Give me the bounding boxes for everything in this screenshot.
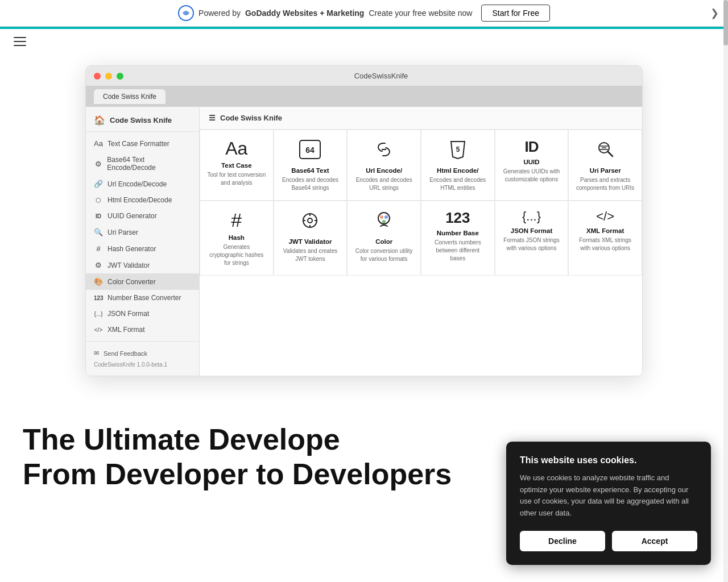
hamburger-menu[interactable] bbox=[14, 37, 26, 46]
sidebar-home-icon: 🏠 bbox=[94, 115, 105, 126]
sidebar-item-uuid[interactable]: ID UUID Generator bbox=[86, 208, 199, 224]
tool-title-xml: XML Format bbox=[586, 227, 624, 234]
color-icon: 🎨 bbox=[94, 277, 103, 286]
tool-icon-hash: # bbox=[231, 210, 242, 230]
sidebar-item-label: Text Case Formatter bbox=[107, 140, 169, 148]
sidebar-item-label: Color Converter bbox=[107, 278, 156, 286]
tool-desc-html: Encodes and decodes HTML entities bbox=[428, 176, 487, 192]
sidebar-item-jwt[interactable]: ⚙ JWT Validator bbox=[86, 257, 199, 273]
tab-bar: Code Swiss Knife bbox=[86, 86, 642, 107]
tool-desc-jwt: Validates and creates JWT tokens bbox=[281, 247, 340, 263]
sidebar-header: 🏠 Code Swiss Knife bbox=[86, 107, 199, 132]
base64-icon: ⚙ bbox=[94, 160, 102, 168]
cookie-banner: This website uses cookies. We use cookie… bbox=[506, 442, 711, 503]
text-case-icon: Aa bbox=[94, 139, 103, 148]
tool-card-uri-parser[interactable]: Uri Parser Parses and extracts component… bbox=[568, 130, 642, 201]
app-tab[interactable]: Code Swiss Knife bbox=[94, 89, 166, 104]
tool-icon-uri-parser bbox=[595, 139, 615, 163]
main-content: CodeSwissKnife Code Swiss Knife 🏠 Code S… bbox=[0, 54, 728, 399]
tool-card-jwt[interactable]: JWT Validator Validates and creates JWT … bbox=[274, 201, 348, 276]
tool-card-url[interactable]: Url Encode/ Encodes and decodes URL stri… bbox=[347, 130, 421, 201]
cookie-body: We use cookies to analyze website traffi… bbox=[520, 472, 697, 503]
svg-point-12 bbox=[308, 218, 312, 223]
tool-icon-xml: </> bbox=[596, 210, 614, 223]
sidebar-item-html[interactable]: ⬡ Html Encode/Decode bbox=[86, 192, 199, 208]
tool-title-jwt: JWT Validator bbox=[288, 238, 332, 245]
tool-desc-url: Encodes and decodes URL strings bbox=[354, 176, 413, 192]
tool-desc-uuid: Generates UUIDs with customizable option… bbox=[502, 168, 561, 184]
url-icon: 🔗 bbox=[94, 180, 103, 188]
tool-card-hash[interactable]: # Hash Generates cryptographic hashes fo… bbox=[200, 201, 274, 276]
godaddy-logo-icon bbox=[178, 5, 194, 21]
sidebar-item-uri-parser[interactable]: 🔍 Uri Parser bbox=[86, 224, 199, 240]
content-area: ☰ Code Swiss Knife Aa Text Case Tool for… bbox=[200, 107, 642, 376]
sidebar-item-color[interactable]: 🎨 Color Converter bbox=[86, 273, 199, 290]
tool-card-html[interactable]: 5 Html Encode/ Encodes and decodes HTML … bbox=[421, 130, 495, 201]
sidebar-item-url[interactable]: 🔗 Url Encode/Decode bbox=[86, 176, 199, 192]
tool-title-number-base: Number Base bbox=[437, 230, 479, 236]
start-free-button[interactable]: Start for Free bbox=[481, 5, 549, 22]
tool-card-uuid[interactable]: ID UUID Generates UUIDs with customizabl… bbox=[495, 130, 569, 201]
xml-icon: </> bbox=[94, 327, 103, 333]
sidebar-item-base64[interactable]: ⚙ Base64 Text Encode/Decode bbox=[86, 152, 199, 176]
sidebar: 🏠 Code Swiss Knife Aa Text Case Formatte… bbox=[86, 107, 200, 376]
feedback-label: Send Feedback bbox=[104, 350, 147, 357]
content-header-title: Code Swiss Knife bbox=[220, 114, 282, 122]
hamburger-line-3 bbox=[14, 45, 26, 46]
tool-icon-html: 5 bbox=[448, 139, 468, 163]
tool-card-color[interactable]: Color Color conversion utility for vario… bbox=[347, 201, 421, 276]
sidebar-item-hash[interactable]: # Hash Generator bbox=[86, 240, 199, 257]
svg-text:5: 5 bbox=[456, 146, 460, 153]
tool-icon-json: {...} bbox=[522, 210, 541, 223]
tool-icon-url bbox=[374, 139, 394, 163]
tool-desc-color: Color conversion utility for various for… bbox=[354, 247, 413, 263]
hamburger-line-2 bbox=[14, 41, 26, 42]
content-header-icon: ☰ bbox=[209, 114, 216, 122]
sidebar-item-label: Number Base Converter bbox=[107, 294, 181, 302]
sidebar-item-label: Base64 Text Encode/Decode bbox=[107, 156, 191, 172]
tool-desc-text-case: Tool for text conversion and analysis bbox=[207, 171, 266, 187]
tool-card-text-case[interactable]: Aa Text Case Tool for text conversion an… bbox=[200, 130, 274, 201]
sidebar-send-feedback[interactable]: ✉ Send Feedback bbox=[94, 347, 191, 359]
tool-desc-json: Formats JSON strings with various option… bbox=[502, 236, 561, 252]
sidebar-header-label: Code Swiss Knife bbox=[110, 116, 172, 124]
window-chrome: CodeSwissKnife bbox=[86, 66, 642, 86]
sidebar-item-label: XML Format bbox=[107, 326, 145, 334]
tool-card-number-base[interactable]: 123 Number Base Converts numbers between… bbox=[421, 201, 495, 276]
sidebar-item-json[interactable]: {...} JSON Format bbox=[86, 306, 199, 322]
banner-powered-by: Powered by bbox=[198, 9, 241, 18]
window-title: CodeSwissKnife bbox=[128, 72, 634, 80]
json-icon: {...} bbox=[94, 311, 103, 317]
banner-close-icon[interactable]: ❯ bbox=[710, 7, 719, 19]
sidebar-item-label: Html Encode/Decode bbox=[107, 196, 172, 204]
sidebar-item-text-case[interactable]: Aa Text Case Formatter bbox=[86, 135, 199, 152]
scrollbar-thumb[interactable] bbox=[723, 0, 728, 45]
number-base-icon: 123 bbox=[94, 295, 103, 301]
window-maximize-dot[interactable] bbox=[117, 73, 123, 80]
tool-card-json[interactable]: {...} JSON Format Formats JSON strings w… bbox=[495, 201, 569, 276]
tool-icon-base64: 64 bbox=[299, 139, 321, 163]
main-nav bbox=[0, 29, 728, 54]
sidebar-item-xml[interactable]: </> XML Format bbox=[86, 322, 199, 338]
html-icon: ⬡ bbox=[94, 197, 103, 204]
sidebar-item-number-base[interactable]: 123 Number Base Converter bbox=[86, 290, 199, 306]
window-minimize-dot[interactable] bbox=[105, 73, 112, 80]
tool-card-xml[interactable]: </> XML Format Formats XML strings with … bbox=[568, 201, 642, 276]
tool-icon-uuid: ID bbox=[524, 139, 538, 154]
sidebar-item-label: JSON Format bbox=[107, 310, 149, 318]
svg-point-19 bbox=[384, 215, 388, 219]
sidebar-item-label: JWT Validator bbox=[107, 261, 150, 269]
tool-card-base64[interactable]: 64 Base64 Text Encodes and decodes Base6… bbox=[274, 130, 348, 201]
scrollbar-track bbox=[723, 0, 728, 502]
tool-desc-hash: Generates cryptographic hashes for strin… bbox=[207, 243, 266, 267]
sidebar-item-label: Url Encode/Decode bbox=[107, 180, 167, 188]
tool-icon-text-case: Aa bbox=[225, 139, 247, 157]
sidebar-footer: ✉ Send Feedback CodeSwissKnife 1.0.0-bet… bbox=[86, 341, 199, 376]
tool-icon-jwt bbox=[300, 210, 320, 234]
uri-parser-icon: 🔍 bbox=[94, 228, 103, 236]
tool-title-json: JSON Format bbox=[511, 227, 553, 234]
window-close-dot[interactable] bbox=[94, 73, 101, 80]
sidebar-item-label: Hash Generator bbox=[107, 245, 156, 253]
tool-title-url: Url Encode/ bbox=[366, 167, 402, 174]
tool-title-uri-parser: Uri Parser bbox=[590, 167, 621, 174]
